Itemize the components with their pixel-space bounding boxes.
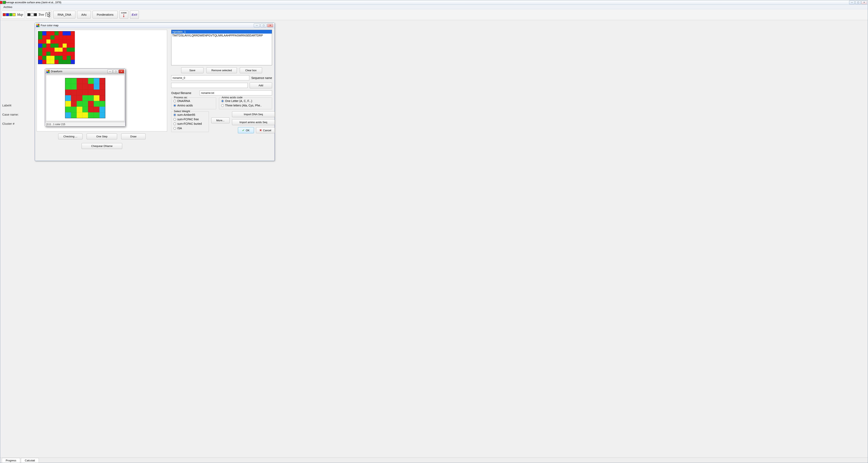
grid-cell: [99, 112, 105, 118]
rna-dna-button[interactable]: RNA_DNA: [53, 11, 75, 19]
grid-cell: [63, 44, 67, 48]
fcm-body: Drawform — ▢ ✕ [111 , 1 color 215: [35, 28, 275, 161]
fcm-close-button[interactable]: ✕: [267, 24, 273, 27]
sequence-name-input[interactable]: [171, 75, 249, 80]
grid-cell: [51, 60, 55, 64]
grid-cell: [51, 56, 55, 60]
bottom-bar: Progress Calculati: [0, 458, 868, 463]
grid-cell: [94, 107, 99, 112]
sequence-header-line[interactable]: >protein_1: [172, 30, 272, 34]
tab-calculations[interactable]: Calculati: [21, 458, 39, 463]
process-dna-radio[interactable]: DNA/RNA: [174, 99, 214, 103]
weight-fcpac-free-radio[interactable]: sum-FCPAC free: [174, 118, 207, 121]
grid-cell: [46, 39, 51, 44]
sequence-name-row: Sequence name: [171, 75, 272, 80]
grid-cell: [42, 31, 46, 35]
casename-label: Case name:: [2, 113, 19, 116]
draw-button[interactable]: Draw: [121, 134, 146, 139]
fcm-action-row2: Chequear DName: [37, 143, 167, 149]
one-step-button[interactable]: One Step: [87, 134, 117, 139]
fcm-minimize-button[interactable]: —: [254, 24, 260, 27]
drawform-maximize-button[interactable]: ▢: [113, 69, 118, 73]
grid-cell: [99, 101, 105, 107]
drawform-minimize-button[interactable]: —: [107, 69, 113, 73]
ok-button[interactable]: ✔ OK: [238, 127, 254, 133]
grid-cell: [65, 112, 71, 118]
aa-code-legend: Amino acids code: [221, 96, 243, 99]
grid-cell: [63, 56, 67, 60]
grid-cell: [67, 60, 71, 64]
fcm-maximize-button[interactable]: ▢: [260, 24, 267, 27]
ponderations-button[interactable]: Ponderations: [93, 11, 118, 19]
clear-box-button[interactable]: Clear box: [240, 67, 262, 73]
grid-cell: [38, 52, 42, 56]
tab-progress[interactable]: Progress: [2, 458, 20, 463]
maximize-button[interactable]: ▢: [855, 1, 861, 4]
code-label: CODE: [121, 12, 127, 14]
toolbar-tree-group[interactable]: Tree: [26, 10, 52, 19]
grid-cell: [82, 95, 88, 101]
drawform-window-icon: [46, 70, 50, 73]
aac-one-label: One Letter (A, C, F...): [225, 99, 252, 103]
grid-cell: [38, 60, 42, 64]
aac-three-letter-radio[interactable]: Three letters (Ala, Cys, Phe..: [221, 104, 270, 107]
checking-button[interactable]: Checking ...: [58, 134, 83, 139]
grid-cell: [82, 112, 88, 118]
grid-cell: [65, 90, 71, 95]
grid-cell: [88, 90, 94, 95]
add-input[interactable]: [171, 83, 248, 88]
remove-selected-button[interactable]: Remove selected: [206, 67, 237, 73]
toolbar: Map Tree RNA_DNA AAs Ponderations CODE ⭣…: [0, 9, 868, 20]
code-button[interactable]: CODE ⭣: [119, 10, 128, 19]
cancel-label: Cancel: [263, 129, 271, 132]
output-filename-input[interactable]: [200, 90, 272, 95]
grid-cell: [63, 60, 67, 64]
tree-color-icon: [27, 13, 37, 16]
grid-cell: [51, 44, 55, 48]
grid-cell: [59, 56, 63, 60]
grid-cell: [76, 107, 82, 112]
cluster-label: Cluster #: [2, 122, 19, 125]
grid-cell: [99, 90, 105, 95]
grid-cell: [42, 60, 46, 64]
grid-cell: [65, 101, 71, 107]
aas-button[interactable]: AAs: [77, 11, 91, 19]
process-aa-radio[interactable]: Amino acids: [174, 104, 214, 107]
chequear-dname-button[interactable]: Chequear DName: [82, 143, 122, 149]
sequence-body-line[interactable]: TMITDSLAVVLQRRDWENPGVTQLNRLAAHPPFASWRNSE…: [172, 34, 272, 37]
aac-one-letter-radio[interactable]: One Letter (A, C, F...): [221, 99, 270, 103]
drawform-close-button[interactable]: ✕: [119, 69, 124, 73]
minimize-button[interactable]: —: [849, 1, 855, 4]
grid-cell: [63, 52, 67, 56]
sequence-listbox[interactable]: >protein_1 TMITDSLAVVLQRRDWENPGVTQLNRLAA…: [171, 30, 272, 65]
grid-cell: [82, 84, 88, 90]
grid-cell: [42, 52, 46, 56]
grid-cell: [88, 95, 94, 101]
weight-amber-radio[interactable]: sum-Amber95: [174, 113, 207, 116]
more-button[interactable]: More...: [211, 117, 229, 123]
grid-cell: [46, 52, 51, 56]
close-button[interactable]: ✕: [861, 1, 867, 4]
grid-cell: [67, 31, 71, 35]
check-icon: ✔: [242, 128, 245, 132]
grid-cell: [71, 112, 76, 118]
weight-isa-radio[interactable]: ISA: [174, 126, 207, 130]
radio-icon: [174, 114, 176, 116]
add-button[interactable]: Add: [250, 82, 272, 88]
import-aa-button[interactable]: Import amino acids Seq: [232, 119, 275, 125]
exit-button[interactable]: Exit: [130, 10, 139, 19]
toolbar-map-group[interactable]: Map: [1, 10, 24, 19]
grid-cell: [88, 112, 94, 118]
drawform-titlebar: Drawform — ▢ ✕: [45, 69, 125, 74]
import-dna-button[interactable]: Import DNA Seq: [232, 111, 275, 117]
save-button[interactable]: Save: [181, 67, 204, 73]
grid-cell: [88, 84, 94, 90]
cancel-button[interactable]: ✖ Cancel: [256, 127, 275, 133]
weight-fcpac-buried-radio[interactable]: sum-FCPAC buried: [174, 122, 207, 125]
drawform-canvas: [46, 75, 124, 121]
grid-cell: [71, 31, 75, 35]
app-icon: [1, 1, 4, 4]
grid-cell: [71, 90, 76, 95]
svg-rect-0: [49, 12, 50, 13]
menu-archivo[interactable]: Archivo: [2, 5, 14, 9]
